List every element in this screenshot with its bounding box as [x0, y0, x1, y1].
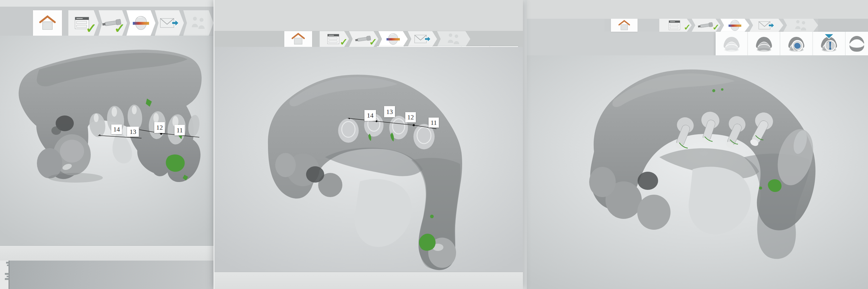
workflow-step-communication[interactable]: [437, 31, 470, 47]
substep-bar: [716, 32, 868, 55]
people-icon: [190, 16, 206, 30]
toolbar-right-block: [818, 19, 868, 32]
tooth-label-11[interactable]: 11: [429, 118, 439, 128]
window-top-band: [0, 0, 214, 7]
workflow-step-order-form[interactable]: ✓: [320, 31, 349, 47]
tooth-shade-icon: [386, 33, 400, 45]
home-icon: [618, 20, 631, 31]
people-icon: [794, 20, 807, 31]
send-envelope-icon: [160, 16, 179, 30]
workflow-step-order-form[interactable]: ✓: [68, 10, 99, 36]
tooth-label-12[interactable]: 12: [154, 122, 165, 133]
home-button[interactable]: [284, 31, 312, 47]
substep-jaw-model-faint[interactable]: [716, 32, 748, 55]
jaw-sphere-implant-download-icon: [818, 34, 840, 53]
workflow-step-study-model[interactable]: [720, 19, 749, 32]
tooth-label-14[interactable]: 14: [365, 110, 376, 121]
substep-jaw-sphere-tooth[interactable]: [780, 32, 813, 55]
window-top-band: [527, 0, 868, 19]
scanner-icon: [697, 22, 714, 29]
order-form-icon: [327, 34, 340, 44]
workflow-step-communication[interactable]: [183, 10, 214, 36]
people-icon: [447, 33, 461, 45]
jaw-model-dark-icon: [753, 34, 775, 53]
window-footer: [0, 246, 214, 261]
workflow-step-send-case[interactable]: [155, 10, 184, 36]
home-icon: [38, 15, 57, 31]
jaw-scan-model: [214, 47, 523, 272]
workflow-step-send-case[interactable]: [749, 19, 783, 32]
model-viewport[interactable]: [527, 55, 868, 289]
tooth-shade-icon: [728, 19, 742, 31]
jaw-occlusion-icon: [846, 34, 868, 53]
jaw-sphere-tooth-icon: [785, 34, 807, 53]
app-stage: ✓ ✓: [0, 0, 868, 289]
substep-jaw-model-dark[interactable]: [748, 32, 780, 55]
home-icon: [291, 32, 306, 46]
scan-window-left: ✓ ✓: [0, 0, 214, 261]
window-footer: [214, 272, 523, 289]
jaw-scan-model: [527, 55, 868, 289]
substep-jaw-sphere-implant-download[interactable]: [813, 32, 846, 55]
tooth-label-13[interactable]: 13: [127, 127, 139, 137]
tooth-label-13[interactable]: 13: [384, 106, 395, 117]
model-viewport[interactable]: [0, 36, 214, 246]
home-button[interactable]: [33, 10, 62, 36]
tooth-shade-icon: [132, 15, 149, 31]
tooth-label-14[interactable]: 14: [111, 125, 122, 134]
workflow-step-scan[interactable]: ✓: [99, 10, 127, 36]
window-top-band: [214, 0, 523, 31]
send-envelope-icon: [414, 33, 431, 45]
workflow-step-communication[interactable]: [783, 19, 818, 32]
order-form-icon: [669, 20, 681, 30]
send-envelope-icon: [758, 20, 775, 31]
workflow-step-send-case[interactable]: [408, 31, 437, 47]
tooth-label-12[interactable]: 12: [405, 112, 416, 122]
jaw-model-faint-icon: [721, 34, 743, 53]
jaw-scan-model: [0, 36, 214, 246]
model-viewport[interactable]: [214, 47, 523, 272]
tooth-label-11[interactable]: 11: [175, 125, 185, 135]
workflow-step-scan[interactable]: ✓: [349, 31, 378, 47]
workflow-step-study-model[interactable]: [378, 31, 408, 47]
substep-jaw-occlusion[interactable]: [846, 32, 868, 55]
background-window-area: [0, 261, 214, 289]
home-button[interactable]: [611, 19, 638, 32]
workflow-step-scan[interactable]: ✓: [692, 19, 720, 32]
workflow-step-study-model[interactable]: [126, 10, 155, 36]
scan-window-center: ✓ ✓: [214, 0, 523, 289]
workflow-step-order-form[interactable]: ✓: [659, 19, 692, 32]
scan-window-right: ✓ ✓: [527, 0, 868, 289]
